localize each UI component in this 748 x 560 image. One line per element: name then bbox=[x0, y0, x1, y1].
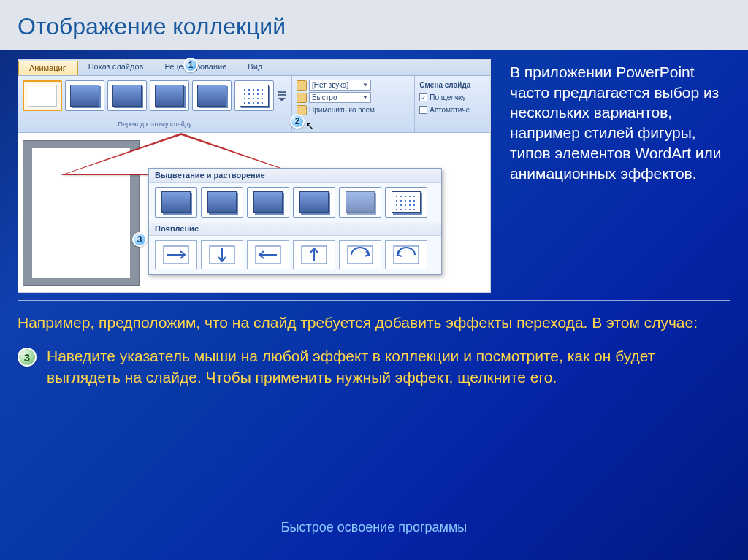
step-number-badge: 3 bbox=[18, 348, 37, 367]
transition-thumb[interactable] bbox=[65, 80, 104, 111]
step-instruction: Наведите указатель мыши на любой эффект … bbox=[47, 346, 730, 388]
appear-thumb[interactable] bbox=[293, 240, 335, 269]
title-band: Отображение коллекций bbox=[0, 0, 748, 50]
advance-slide-group: Смена слайда ✓По щелчку Автоматиче bbox=[414, 76, 490, 132]
appear-thumb[interactable] bbox=[385, 240, 427, 269]
main-content-row: Анимация Показ слайдов Рецензирование Ви… bbox=[0, 50, 748, 293]
description-text: В приложении PowerPoint часто предлагает… bbox=[510, 59, 730, 293]
lead-paragraph: Например, предположим, что на слайд треб… bbox=[18, 312, 730, 333]
appear-thumb[interactable] bbox=[247, 240, 289, 269]
sound-icon bbox=[297, 80, 307, 91]
transition-thumb[interactable] bbox=[150, 80, 189, 111]
on-click-label: По щелчку bbox=[430, 93, 465, 101]
popup-fade-thumbs bbox=[149, 183, 441, 222]
transition-thumb[interactable] bbox=[234, 80, 274, 111]
auto-label: Автоматиче bbox=[430, 106, 470, 114]
speed-combo[interactable]: Быстро▼ bbox=[309, 92, 371, 103]
apply-all-button[interactable]: Применить ко всем bbox=[309, 106, 375, 114]
fade-thumb[interactable] bbox=[339, 187, 381, 218]
callout-badge-3: 3 bbox=[132, 232, 147, 247]
screenshot-column: Анимация Показ слайдов Рецензирование Ви… bbox=[18, 59, 491, 293]
transition-thumb-none[interactable] bbox=[23, 80, 62, 111]
group-label-transition: Переход к этому слайду bbox=[18, 120, 291, 128]
step-row: 3 Наведите указатель мыши на любой эффек… bbox=[18, 346, 730, 388]
callout-badge-1: 1 bbox=[183, 58, 198, 72]
ribbon-screenshot: Анимация Показ слайдов Рецензирование Ви… bbox=[18, 59, 491, 293]
auto-checkbox[interactable] bbox=[419, 106, 427, 114]
fade-thumb[interactable] bbox=[247, 187, 289, 218]
speed-icon bbox=[297, 93, 307, 103]
transition-gallery: Переход к этому слайду bbox=[18, 76, 291, 132]
tab-animation[interactable]: Анимация bbox=[18, 61, 78, 75]
popup-appear-thumbs bbox=[149, 236, 441, 274]
fade-thumb[interactable] bbox=[201, 187, 243, 218]
popup-section-fade: Выцветание и растворение bbox=[149, 169, 441, 183]
ribbon-tab-strip: Анимация Показ слайдов Рецензирование Ви… bbox=[18, 60, 490, 76]
footer-caption: Быстрое освоение программы bbox=[0, 520, 748, 535]
appear-thumb[interactable] bbox=[201, 240, 243, 269]
advance-group-title: Смена слайда bbox=[419, 79, 486, 91]
appear-thumb[interactable] bbox=[155, 240, 197, 269]
sound-combo[interactable]: [Нет звука]▼ bbox=[309, 80, 371, 91]
gallery-more-button[interactable] bbox=[277, 80, 289, 111]
fade-thumb[interactable] bbox=[293, 187, 335, 218]
popup-section-appear: Появление bbox=[149, 222, 441, 236]
page-title: Отображение коллекций bbox=[18, 13, 730, 40]
tab-view[interactable]: Вид bbox=[237, 60, 273, 75]
lower-content: Например, предположим, что на слайд треб… bbox=[0, 301, 748, 388]
callout-badge-2: 2 bbox=[290, 114, 305, 129]
ribbon-body: Переход к этому слайду [Нет звука]▼ Быст… bbox=[18, 76, 490, 133]
fade-thumb[interactable] bbox=[155, 187, 197, 218]
fade-thumb[interactable] bbox=[385, 187, 427, 218]
appear-thumb[interactable] bbox=[339, 240, 381, 269]
transition-thumb[interactable] bbox=[192, 80, 232, 111]
tab-slideshow[interactable]: Показ слайдов bbox=[78, 60, 155, 75]
transition-thumb[interactable] bbox=[107, 80, 147, 111]
on-click-checkbox[interactable]: ✓ bbox=[419, 93, 427, 101]
cursor-icon: ↖ bbox=[305, 120, 314, 131]
transition-gallery-popup: Выцветание и растворение Появление bbox=[148, 168, 442, 275]
